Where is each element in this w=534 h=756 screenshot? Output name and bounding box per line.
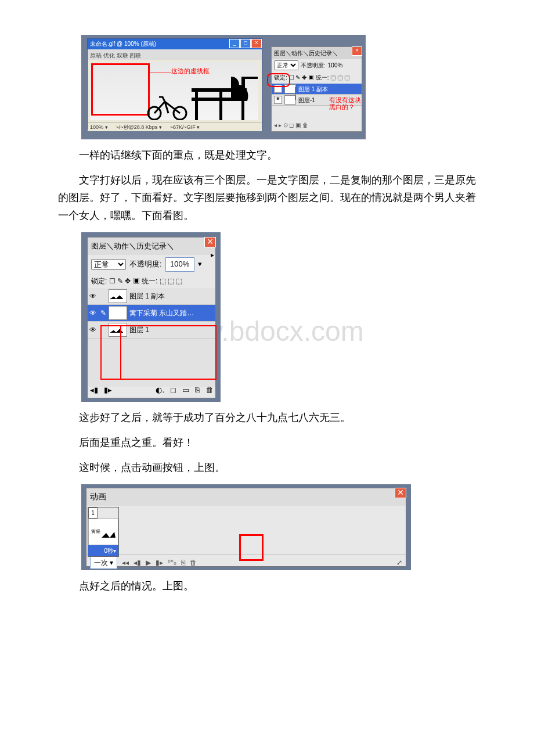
opacity-value[interactable]: 100% — [328, 60, 343, 70]
svg-text:篱采: 篱采 — [91, 529, 100, 534]
text-layer-icon: T — [109, 306, 127, 320]
status-filesize[interactable]: ~67K/~GIF ▾ — [170, 123, 200, 131]
window-title: 未命名.gif @ 100% (原稿) — [90, 39, 156, 49]
screenshot-imageready-with-layers: 未命名.gif @ 100% (原稿) _ □ × 原稿 优化 双联 四联 这边… — [81, 35, 366, 139]
layer-name: 图层 1 副本 — [298, 84, 328, 94]
svg-rect-4 — [195, 88, 198, 120]
resize-grip-icon[interactable]: ⤢ — [396, 557, 402, 568]
svg-rect-8 — [241, 77, 258, 79]
layer-name: 图层 1 副本 — [129, 290, 165, 302]
folder-icon[interactable]: ▭ — [182, 384, 189, 397]
red-arrow-line — [148, 73, 171, 73]
layer-thumbnail — [109, 289, 127, 303]
red-circle-annotation — [267, 73, 290, 87]
next-frame-icon[interactable]: ▮▸ — [156, 557, 163, 568]
prev-frame-icon[interactable]: ◂▮ — [134, 557, 141, 568]
paragraph: 这时候，点击动画按钮，上图。 — [58, 459, 476, 477]
paragraph: 点好之后的情况。上图。 — [58, 577, 476, 595]
trash-icon[interactable]: 🗑 — [190, 557, 197, 568]
canvas-area: 这边的虚线框 — [90, 62, 258, 120]
svg-rect-7 — [241, 77, 245, 101]
status-bar: 100% ▾ ~/~秒@28.8 Kbps ▾ ~67K/~GIF ▾ — [88, 123, 262, 131]
close-icon[interactable]: × — [395, 488, 406, 498]
paragraph: 这步好了之后，就等于成功了百分之八十九点七八六无三。 — [58, 409, 476, 427]
frame-back-icon[interactable]: ◂▮ — [90, 384, 98, 397]
frame-duration[interactable]: 0秒▾ — [88, 545, 118, 556]
new-frame-icon[interactable]: ⎘ — [181, 557, 185, 568]
layer-name: 图层-1 — [298, 95, 315, 105]
panel-tabs[interactable]: 图层＼动作＼历史记录＼ — [88, 237, 215, 255]
blend-opacity-row: 正常 不透明度: 100% — [272, 59, 362, 71]
blend-mode-select[interactable]: 正常 — [274, 60, 298, 70]
preview-tabs[interactable]: 原稿 优化 双联 四联 — [88, 49, 262, 60]
loop-select[interactable]: 一次 ▾ — [90, 556, 117, 569]
opacity-label: 不透明度: — [129, 258, 162, 271]
red-annotation-box — [120, 325, 217, 380]
lock-row[interactable]: 锁定: ☐ ✎ ✥ ▣ 统一: ⬚ ⬚ ⬚ — [88, 274, 215, 288]
svg-rect-5 — [219, 88, 222, 120]
play-icon[interactable]: ▶ — [146, 557, 151, 568]
opacity-value[interactable]: 100% — [165, 257, 194, 271]
status-zoom[interactable]: 100% ▾ — [90, 123, 108, 131]
panel-footer-icons[interactable]: ◂ ▸ ⊙ ◻ ▣ 🗑 — [274, 120, 359, 130]
maximize-icon[interactable]: □ — [240, 39, 251, 48]
frame-thumbnail: 篱采 — [88, 519, 118, 545]
layer-thumbnail — [284, 95, 296, 105]
blend-opacity-row: 正常 不透明度: 100% ▾ — [88, 255, 215, 273]
bicycle-silhouette — [145, 91, 192, 120]
red-annotation-text: 有没有这块 黑白的？ — [329, 96, 361, 110]
paragraph: 文字打好以后，现在应该有三个图层。一是文字图层，二是复制的那个图层，三是原先的图… — [58, 171, 476, 225]
layers-panel-small: × 图层＼动作＼历史记录＼ 正常 不透明度: 100% 锁定: ☐ ✎ ✥ ▣ … — [271, 46, 362, 132]
animation-frame[interactable]: 1 篱采 0秒▾ — [88, 507, 119, 557]
close-icon[interactable]: × — [204, 237, 216, 247]
visibility-icon[interactable]: 👁 — [88, 324, 98, 336]
bench-person-silhouette — [192, 77, 258, 120]
screenshot-animation-panel: × ▸ 动画 1 篱采 0秒▾ 一次 ▾ ◂◂ ◂▮ — [81, 484, 411, 570]
visibility-icon[interactable]: 👁 — [88, 290, 98, 302]
layer-name: 篱下采菊 东山又踏… — [129, 307, 194, 319]
annotation-line2: 黑白的？ — [329, 103, 355, 110]
silhouette-artwork — [142, 74, 258, 120]
close-icon[interactable]: × — [352, 46, 362, 56]
annotation-line1: 有没有这块 — [329, 96, 361, 103]
panel-menu-icon[interactable]: ▸ — [211, 249, 214, 261]
paragraph: 一样的话继续下面的重点，既是处理文字。 — [58, 146, 476, 164]
imageready-window: 未命名.gif @ 100% (原稿) _ □ × 原稿 优化 双联 四联 这边… — [87, 38, 262, 129]
red-annotation-box — [91, 63, 150, 116]
fx-icon[interactable]: ◐. — [156, 384, 164, 397]
frame-number: 1 — [88, 507, 98, 519]
blend-mode-select[interactable]: 正常 — [91, 259, 126, 270]
visibility-icon[interactable]: 👁 — [274, 96, 282, 104]
minimize-icon[interactable]: _ — [229, 39, 240, 48]
red-annotation-line — [295, 87, 295, 100]
layer-row[interactable]: 👁 图层 1 副本 — [88, 288, 215, 305]
layer-list: 👁 图层 1 副本 👁 ✎ T 篱下采菊 东山又踏… � — [88, 288, 215, 387]
close-icon[interactable]: × — [251, 39, 262, 48]
opacity-label: 不透明度: — [301, 60, 326, 70]
animation-tab[interactable]: 动画 — [86, 488, 406, 506]
screenshot-layers-panel: × ▸ 图层＼动作＼历史记录＼ 正常 不透明度: 100% ▾ 锁定: ☐ ✎ … — [81, 232, 221, 402]
opacity-dropdown-icon[interactable]: ▾ — [198, 258, 202, 271]
red-annotation-box — [100, 325, 121, 380]
panel-footer: ◂▮ ▮▸ ◐. ◻ ▭ ⎘ 🗑 — [90, 384, 213, 397]
layers-panel: × ▸ 图层＼动作＼历史记录＼ 正常 不透明度: 100% ▾ 锁定: ☐ ✎ … — [87, 237, 216, 398]
visibility-icon[interactable]: 👁 — [88, 307, 98, 319]
window-titlebar: 未命名.gif @ 100% (原稿) _ □ × — [88, 39, 262, 49]
first-frame-icon[interactable]: ◂◂ — [122, 557, 129, 568]
mask-icon[interactable]: ◻ — [170, 384, 176, 397]
status-download-time[interactable]: ~/~秒@28.8 Kbps ▾ — [116, 123, 162, 131]
frame-fwd-icon[interactable]: ▮▸ — [104, 384, 112, 397]
layer-row-selected[interactable]: 👁 ✎ T 篱下采菊 东山又踏… — [88, 305, 215, 322]
window-buttons: _ □ × — [229, 39, 262, 49]
trash-icon[interactable]: 🗑 — [205, 384, 213, 397]
link-cell[interactable]: ✎ — [98, 307, 109, 319]
red-annotation-box — [239, 534, 264, 561]
paragraph: 后面是重点之重。看好！ — [58, 434, 476, 452]
new-layer-icon[interactable]: ⎘ — [195, 384, 200, 397]
panel-tabs[interactable]: 图层＼动作＼历史记录＼ — [272, 47, 362, 59]
tween-icon[interactable]: ⁰°₀ — [168, 557, 176, 568]
